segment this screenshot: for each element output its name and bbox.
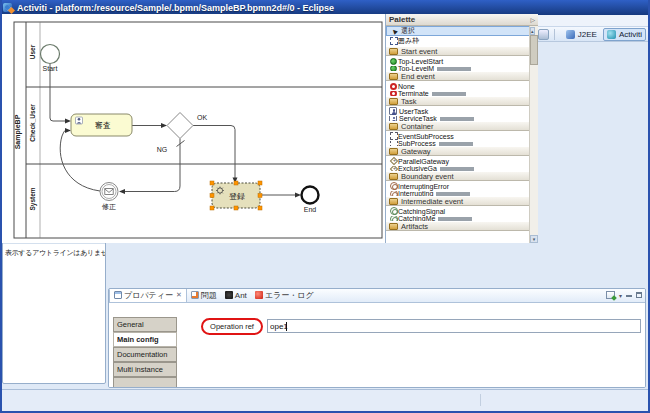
- palette-tool-marquee[interactable]: 囲み枠: [386, 36, 538, 46]
- palette-item-EventSubProcess[interactable]: EventSubProcess: [386, 131, 538, 141]
- scrollbar-thumb[interactable]: [530, 35, 538, 65]
- activiti-perspective-icon: [607, 30, 616, 39]
- properties-tab-errlog[interactable]: エラー・ログ: [251, 288, 318, 302]
- palette-group-task[interactable]: Task: [386, 96, 538, 106]
- user-icon: [389, 116, 397, 121]
- palette-item-None[interactable]: None: [386, 81, 538, 91]
- activiti-file-icon: [5, 4, 14, 13]
- properties-tab-ant[interactable]: Ant: [221, 288, 251, 302]
- start-icon: [390, 58, 397, 65]
- drawer-scroll-indicator: [439, 142, 473, 146]
- end-event-label: End: [304, 206, 317, 213]
- perspective-button-j2ee[interactable]: J2EE: [562, 28, 601, 41]
- palette-item-label: SubProcess: [398, 141, 436, 146]
- palette-group-label: Start event: [401, 47, 437, 56]
- palette-scrollbar[interactable]: ▴ ▾: [529, 26, 538, 243]
- section-tab-general[interactable]: General: [113, 317, 177, 332]
- ring-icon: [390, 191, 398, 196]
- operation-ref-annotation: Operation ref: [201, 318, 263, 335]
- ring2-icon: [390, 216, 398, 221]
- palette-item-label: ExclusiveGa: [398, 166, 437, 171]
- palette-group-start-event[interactable]: Start event: [386, 46, 538, 56]
- start-event[interactable]: [41, 45, 60, 64]
- scroll-up-icon[interactable]: ▴: [530, 27, 535, 35]
- palette: Palette ▷ ▶選択囲み枠Start eventTop-LevelStar…: [385, 14, 538, 243]
- perspective-button-activiti[interactable]: Activiti: [603, 28, 646, 41]
- lane-label-user: User: [29, 44, 36, 59]
- end-event[interactable]: [302, 187, 319, 204]
- palette-item-Top-LevelStart[interactable]: Top-LevelStart: [386, 56, 538, 66]
- drawer-icon: [389, 73, 398, 80]
- palette-group-label: Gateway: [401, 147, 431, 156]
- perspective-label: Activiti: [619, 30, 642, 39]
- pool-label: SampleBP: [14, 114, 22, 149]
- palette-body: ▶選択囲み枠Start eventTop-LevelStartTop-Level…: [386, 26, 538, 243]
- palette-group-container[interactable]: Container: [386, 121, 538, 131]
- palette-item-label: None: [398, 83, 415, 90]
- palette-group-intermediate-event[interactable]: Intermediate event: [386, 196, 538, 206]
- section-tab-multi-instance[interactable]: Multi instance: [113, 362, 177, 377]
- palette-group-label: Boundary event: [401, 172, 454, 181]
- tab-label: エラー・ログ: [265, 290, 314, 301]
- palette-item-label: ServiceTask: [399, 116, 437, 121]
- props-icon: [114, 291, 122, 299]
- section-tab-main-config[interactable]: Main config: [113, 332, 177, 347]
- palette-item-ParallelGateway[interactable]: ParallelGateway: [386, 156, 538, 166]
- open-perspective-icon[interactable]: [538, 29, 549, 40]
- drawer-icon: [389, 198, 398, 205]
- palette-group-label: Task: [401, 97, 416, 106]
- palette-item-label: Interrupting: [398, 191, 433, 196]
- properties-toolbar: ▾: [606, 291, 642, 299]
- bpmn-canvas[interactable]: SampleBP User Check_User System Start 審査…: [0, 14, 385, 243]
- ring2-icon: [390, 207, 398, 215]
- envelope-icon: [105, 189, 113, 195]
- end-icon: [390, 91, 397, 96]
- palette-group-artifacts[interactable]: Artifacts: [386, 221, 538, 231]
- section-tab-documentation[interactable]: Documentation: [113, 347, 177, 362]
- tab-label: プロパティー: [124, 290, 173, 301]
- palette-group-boundary-event[interactable]: Boundary event: [386, 171, 538, 181]
- palette-item-CatchingSignal[interactable]: CatchingSignal: [386, 206, 538, 216]
- perspective-switcher: J2EEActiviti: [560, 28, 646, 41]
- window-titlebar[interactable]: Activiti - platform:/resource/Sample/.bp…: [0, 0, 650, 15]
- start-event-label: Start: [43, 65, 58, 72]
- minimize-icon[interactable]: [626, 292, 632, 298]
- chevron-down-icon[interactable]: ▾: [619, 292, 622, 299]
- palette-item-label: Terminate: [398, 91, 429, 96]
- sub-icon: [390, 141, 398, 146]
- properties-view: プロパティー✕問題Antエラー・ログ ▾ GeneralMain configD…: [108, 288, 646, 388]
- palette-item-InterruptingError[interactable]: InterruptingError: [386, 181, 538, 191]
- drawer-icon: [389, 148, 398, 155]
- drawer-scroll-indicator: [440, 167, 474, 171]
- toolbar-separator: [554, 29, 555, 40]
- marquee-icon: [390, 37, 398, 45]
- properties-tab-props[interactable]: プロパティー✕: [109, 288, 187, 302]
- palette-group-gateway[interactable]: Gateway: [386, 146, 538, 156]
- status-bar: [2, 389, 648, 411]
- close-icon[interactable]: ✕: [176, 291, 182, 299]
- operation-ref-input[interactable]: [267, 319, 641, 333]
- scroll-down-icon[interactable]: ▾: [530, 235, 538, 243]
- palette-group-label: Artifacts: [401, 222, 428, 231]
- gw-icon: [389, 157, 397, 165]
- maximize-icon[interactable]: [636, 292, 642, 298]
- palette-group-label: Intermediate event: [401, 197, 463, 206]
- gw-icon: [389, 166, 397, 171]
- palette-header[interactable]: Palette ▷: [386, 14, 538, 26]
- palette-item-label: CatchingSignal: [398, 208, 445, 215]
- properties-tab-problems[interactable]: 問題: [187, 288, 221, 302]
- palette-item-label: ParallelGateway: [398, 158, 449, 165]
- palette-tool-cursor[interactable]: ▶選択: [386, 26, 538, 36]
- palette-flyout-icon[interactable]: ▷: [530, 16, 535, 23]
- palette-item-UserTask[interactable]: UserTask: [386, 106, 538, 116]
- task-register-label: 登録: [229, 192, 245, 201]
- problems-icon: [191, 291, 199, 299]
- flow-ng-label: NG: [157, 146, 168, 153]
- lane-label-system: System: [29, 187, 37, 210]
- palette-group-end-event[interactable]: End event: [386, 71, 538, 81]
- drawer-scroll-indicator: [438, 217, 472, 221]
- palette-group-label: Container: [401, 122, 434, 131]
- palette-item-label: EventSubProcess: [398, 133, 454, 140]
- ring-icon: [390, 182, 398, 190]
- new-view-icon[interactable]: [606, 291, 615, 299]
